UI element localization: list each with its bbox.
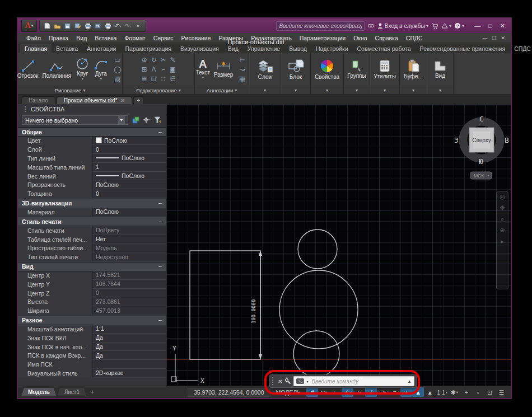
menu-item-сервис[interactable]: Сервис — [150, 35, 178, 41]
new-drawing-tab-button[interactable]: + — [133, 96, 143, 104]
wcs-dropdown[interactable]: МСК ▾ — [470, 172, 492, 179]
circle-tool[interactable]: Круг▾ — [75, 57, 90, 81]
ribbon-tab-рекомендованные-приложения[interactable]: Рекомендованные приложения — [416, 44, 510, 53]
annotation-autoscale-icon[interactable]: ▲ — [412, 387, 424, 397]
app-store-cart-icon[interactable] — [431, 23, 438, 29]
arc-tool[interactable]: Дуга▾ — [94, 57, 108, 81]
explode-tool-icon[interactable]: ▣ — [170, 65, 176, 73]
panel-view-expand[interactable]: ▾ — [427, 86, 453, 94]
menu-item-правка[interactable]: Правка — [45, 35, 72, 41]
isoplane-icon[interactable]: ∕▾ — [353, 387, 365, 397]
app-menu-button[interactable]: A▾ — [21, 20, 37, 32]
property-value[interactable]: 0 — [92, 289, 166, 298]
menu-item-формат[interactable]: Формат — [120, 35, 149, 41]
property-value[interactable]: ПоСлою — [92, 137, 166, 146]
property-value[interactable] — [92, 360, 166, 369]
property-value[interactable]: Модель — [92, 243, 166, 252]
space-label[interactable]: МОДЕЛЬ — [272, 389, 306, 396]
block-button[interactable]: Блок — [284, 59, 307, 80]
polar-tracking-icon[interactable]: ∡▾ — [342, 387, 353, 397]
mdi-minimize-icon[interactable]: — — [482, 35, 487, 41]
undo-icon[interactable]: ↶▾ — [114, 22, 122, 30]
clipboard-button[interactable]: Буфе... — [400, 59, 426, 79]
panel-draw-title[interactable]: Рисование▾ — [18, 86, 122, 94]
ucs-icon[interactable]: Y X — [171, 345, 204, 385]
ribbon-tab-параметризация[interactable]: Параметризация — [121, 44, 176, 53]
menu-item-справка[interactable]: Справка — [371, 35, 402, 41]
zoom-icon[interactable]: ⌕ — [501, 216, 504, 222]
combo-arrow-icon[interactable]: ▼ — [118, 116, 125, 124]
object-snap-icon[interactable]: □▾ — [377, 387, 389, 397]
ribbon-tab-спдс-2019[interactable]: СПДС 2019 — [510, 44, 532, 53]
array-tool-icon[interactable]: ∷ — [161, 75, 166, 83]
palette-grip[interactable] — [25, 106, 27, 112]
circle-large[interactable] — [279, 270, 358, 349]
property-value[interactable]: 1 — [92, 163, 166, 172]
command-expand-icon[interactable]: ▲ — [407, 379, 412, 384]
clean-screen-icon[interactable]: ⊡ — [484, 387, 496, 397]
print-icon[interactable] — [104, 22, 112, 30]
customization-gear-icon[interactable]: ✱▾ — [449, 387, 460, 397]
ribbon-tab-визуализация[interactable]: Визуализация — [176, 44, 223, 53]
table-icon[interactable]: ▦ — [239, 75, 245, 83]
transfer-icon[interactable] — [94, 22, 102, 30]
property-value[interactable]: Недоступно — [92, 252, 166, 261]
menu-item-спдс[interactable]: СПДС — [402, 35, 427, 41]
rotate-tool-icon[interactable]: ↻ — [151, 56, 156, 64]
snap-mode-icon[interactable]: ∷▾ — [318, 387, 330, 397]
menu-item-параметризация[interactable]: Параметризация — [296, 35, 350, 41]
ribbon-tab-вид[interactable]: Вид — [223, 44, 243, 53]
copy-tool-icon[interactable]: ⊞ — [141, 65, 147, 73]
panel-groups-expand[interactable]: ▾ — [344, 86, 370, 94]
annotation-visibility-icon[interactable]: ▲ — [400, 387, 412, 397]
property-value[interactable]: 0 — [92, 189, 166, 198]
menu-item-файл[interactable]: Файл — [22, 35, 45, 41]
multileader-icon[interactable]: ⊢ — [240, 56, 245, 64]
property-value[interactable]: Да — [92, 351, 166, 360]
layout-tab-лист1[interactable]: Лист1 — [58, 388, 86, 396]
command-input[interactable] — [310, 378, 405, 385]
customize-wrench-icon[interactable] — [284, 378, 291, 385]
property-value[interactable]: Да — [92, 334, 166, 343]
property-value[interactable]: 103.7644 — [92, 280, 166, 289]
menu-item-вставка[interactable]: Вставка — [91, 35, 120, 41]
close-tab-icon[interactable]: ✕ — [121, 98, 125, 104]
section-header[interactable]: 3D-визуализация− — [18, 199, 166, 208]
fillet-tool-icon[interactable]: ⌐ — [161, 65, 165, 73]
annotation-scale-value[interactable]: 1:1▾ — [436, 387, 449, 397]
ribbon-tab-надстройки[interactable]: Надстройки — [311, 44, 353, 53]
open-file-icon[interactable] — [53, 22, 62, 30]
dimension-object[interactable]: 100.0000 — [251, 251, 262, 359]
property-value[interactable]: 2D-каркас — [92, 369, 166, 378]
layers-button[interactable]: Слои — [253, 59, 277, 80]
command-grip[interactable] — [272, 377, 276, 385]
pan-icon[interactable]: ✥ — [500, 205, 505, 211]
maximize-icon[interactable]: □ — [488, 22, 492, 29]
menu-item-рисование[interactable]: Рисование — [178, 35, 215, 41]
collapse-icon[interactable]: − — [158, 200, 162, 207]
mirror-tool-icon[interactable]: Λ — [151, 65, 156, 73]
close-icon[interactable]: ✕ — [500, 22, 505, 30]
menu-item-вид[interactable]: Вид — [72, 35, 91, 41]
property-value[interactable]: 273.0861 — [92, 297, 166, 306]
command-line[interactable]: ✕ >_ ▾ ▲ — [269, 374, 417, 388]
menu-item-окно[interactable]: Окно — [349, 35, 371, 41]
save-as-icon[interactable] — [73, 22, 82, 30]
groups-button[interactable]: Группы — [344, 60, 369, 79]
property-value[interactable]: ПоЦвету — [92, 226, 166, 235]
panel-properties-expand[interactable]: ▾ — [311, 86, 343, 94]
ribbon-tab-управление[interactable]: Управление — [243, 44, 284, 53]
ortho-mode-icon[interactable]: ∟ — [330, 387, 342, 397]
hatch-tool-icon[interactable]: ▨ — [114, 75, 120, 83]
erase-tool-icon[interactable]: ✎ — [170, 56, 175, 64]
menu-item-редактировать[interactable]: Редактировать — [247, 35, 296, 41]
move-tool-icon[interactable]: ⊕ — [141, 56, 147, 64]
section-header[interactable]: Разное− — [18, 316, 166, 325]
stretch-tool-icon[interactable]: ≣ — [141, 75, 147, 83]
quick-select-icon[interactable] — [153, 116, 162, 124]
property-value[interactable]: ПоСлою — [92, 208, 166, 217]
save-icon[interactable] — [63, 22, 72, 30]
polyline-tool[interactable]: Полилиния — [42, 59, 71, 79]
properties-button[interactable]: Свойства — [311, 59, 343, 80]
utilities-button[interactable]: Утилиты — [370, 59, 399, 79]
